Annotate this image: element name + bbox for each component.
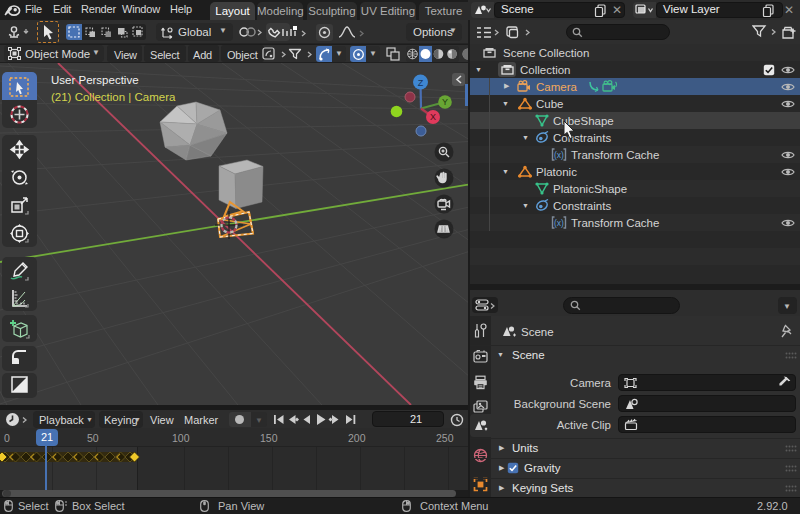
svg-text:(x): (x) (554, 150, 564, 160)
svg-text:User Perspective: User Perspective (51, 74, 139, 86)
svg-text:Y: Y (442, 97, 448, 107)
svg-text:(x): (x) (554, 218, 564, 228)
svg-text:Z: Z (418, 78, 424, 88)
svg-text:(21) Collection | Camera: (21) Collection | Camera (51, 91, 176, 103)
svg-text:X: X (430, 112, 436, 122)
